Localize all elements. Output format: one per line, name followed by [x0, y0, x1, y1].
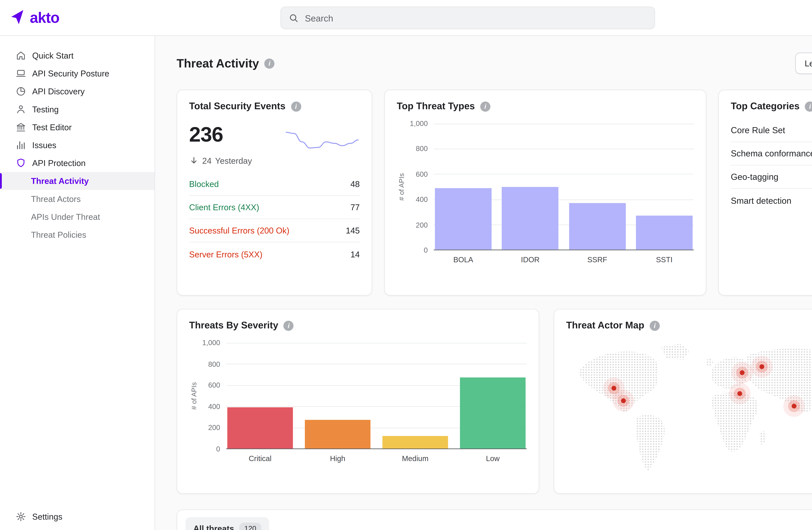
category-row[interactable]: Schema conformance 69: [731, 142, 812, 165]
all-threats-tab[interactable]: All threats 120: [186, 517, 269, 530]
bar-idor: [502, 187, 559, 250]
info-icon[interactable]: [291, 101, 301, 111]
world-map: [566, 338, 812, 480]
metric-row-client-errors[interactable]: Client Errors (4XX) 77: [189, 196, 360, 219]
sidebar-item-threat-actors[interactable]: Threat Actors: [0, 190, 155, 208]
metric-value: 14: [350, 249, 360, 259]
threat-marker: [759, 364, 764, 369]
category-row[interactable]: Core Rule Set 89: [731, 119, 812, 142]
search-bar[interactable]: [280, 6, 655, 29]
sidebar-item-label: Threat Actors: [31, 194, 81, 204]
brand-name: akto: [30, 9, 59, 26]
y-axis-title: # of APIs: [397, 124, 406, 250]
sidebar-item-label: API Discovery: [32, 87, 85, 96]
x-tick: Low: [460, 455, 525, 463]
metric-row-successful-errors[interactable]: Successful Errors (200 Ok) 145: [189, 219, 360, 242]
pie-segment-icon: [16, 86, 26, 97]
category-label: Schema conformance: [731, 149, 812, 158]
sidebar-item-test-editor[interactable]: Test Editor: [0, 118, 155, 136]
sidebar-item-label: Issues: [32, 140, 56, 150]
y-tick: 600: [208, 381, 220, 389]
top-categories-card: Top Categories Core Rule Set 89 Schema c…: [718, 89, 812, 296]
info-icon[interactable]: [264, 58, 274, 68]
category-row[interactable]: Geo-tagging 40: [731, 166, 812, 189]
total-security-events-card: Total Security Events 236 24 Yesterday: [176, 89, 372, 296]
sidebar-item-label: APIs Under Threat: [31, 212, 100, 222]
card-title: Threat Actor Map: [566, 320, 644, 331]
sidebar-item-api-security-posture[interactable]: API Security Posture: [0, 65, 155, 82]
learn-button[interactable]: Learn: [795, 53, 812, 74]
threat-actor-map-canvas: [566, 338, 812, 480]
akto-dashboard: akto XA Quick Start: [0, 0, 812, 530]
bar-medium: [382, 436, 448, 448]
home-icon: [16, 50, 26, 61]
sidebar-item-api-discovery[interactable]: API Discovery: [0, 82, 155, 100]
metric-value: 145: [346, 226, 360, 235]
search-icon: [288, 12, 300, 24]
search-input[interactable]: [305, 13, 647, 23]
arrow-down-icon: [189, 156, 199, 166]
total-events-value: 236: [189, 122, 252, 146]
metric-label: Server Errors (5XX): [189, 249, 262, 259]
paper-plane-logo-icon: [9, 9, 27, 27]
card-title: Threats By Severity: [189, 320, 278, 331]
page-header: Threat Activity Learn Today: [176, 53, 812, 74]
sidebar-item-testing[interactable]: Testing: [0, 100, 155, 118]
threat-marker: [612, 386, 617, 391]
sidebar-item-label: Testing: [32, 104, 59, 114]
metric-value: 77: [350, 203, 360, 212]
tab-count-badge: 120: [240, 522, 261, 530]
main-content: Threat Activity Learn Today: [155, 36, 812, 530]
info-icon[interactable]: [284, 320, 294, 331]
x-tick: High: [305, 455, 371, 463]
bar-high: [305, 420, 371, 448]
sidebar-item-label: API Security Posture: [32, 69, 109, 78]
metric-row-server-errors[interactable]: Server Errors (5XX) 14: [189, 242, 360, 266]
threats-by-severity-chart: # of APIs 1,0008006004002000 CriticalHig…: [189, 343, 527, 463]
events-breakdown: Blocked 48 Client Errors (4XX) 77 Succes…: [189, 173, 360, 266]
threat-marker: [621, 399, 626, 403]
metric-row-blocked[interactable]: Blocked 48: [189, 173, 360, 196]
person-icon: [16, 104, 26, 115]
y-tick: 1,000: [202, 339, 220, 347]
sidebar-item-label: Settings: [32, 512, 62, 521]
y-tick: 400: [208, 402, 220, 411]
info-icon[interactable]: [650, 320, 660, 331]
sidebar-item-label: Threat Policies: [31, 230, 86, 239]
metric-label: Successful Errors (200 Ok): [189, 226, 289, 235]
tab-label: All threats: [193, 524, 234, 530]
x-axis-labels: BOLAIDORSSRFSSTI: [434, 250, 694, 264]
sidebar-item-quick-start[interactable]: Quick Start: [0, 47, 155, 65]
sidebar: Quick Start API Security Posture API Dis…: [0, 36, 155, 530]
sidebar-item-threat-policies[interactable]: Threat Policies: [0, 226, 155, 244]
sidebar-item-settings[interactable]: Settings: [0, 513, 155, 530]
y-tick: 200: [208, 424, 220, 432]
info-icon[interactable]: [805, 101, 812, 111]
sidebar-item-issues[interactable]: Issues: [0, 136, 155, 154]
category-label: Smart detection: [731, 196, 792, 205]
brand-logo[interactable]: akto: [10, 9, 59, 26]
y-tick: 0: [216, 445, 220, 453]
metric-label: Client Errors (4XX): [189, 203, 259, 212]
cards-row-1: Total Security Events 236 24 Yesterday: [176, 89, 812, 296]
header-actions: Learn Today: [795, 53, 812, 74]
x-tick: Critical: [227, 455, 293, 463]
sidebar-item-api-protection[interactable]: API Protection: [0, 154, 155, 172]
category-row[interactable]: Smart detection 38: [731, 189, 812, 212]
threat-marker: [792, 404, 796, 408]
bank-icon: [16, 122, 26, 132]
events-delta: 24 Yesterday: [189, 156, 252, 166]
metric-label: Blocked: [189, 179, 219, 189]
sidebar-item-threat-activity[interactable]: Threat Activity: [0, 172, 155, 190]
y-tick: 600: [416, 170, 428, 178]
threat-marker: [738, 391, 742, 396]
sidebar-item-apis-under-threat[interactable]: APIs Under Threat: [0, 208, 155, 226]
bar-bola: [435, 188, 492, 250]
page-title: Threat Activity: [176, 56, 259, 70]
cards-row-2: Threats By Severity # of APIs 1,00080060…: [176, 309, 812, 494]
plot-area: [434, 124, 694, 250]
info-icon[interactable]: [480, 101, 490, 111]
x-tick: BOLA: [435, 255, 492, 264]
topbar: akto XA: [0, 0, 812, 36]
y-tick: 1,000: [410, 120, 428, 128]
